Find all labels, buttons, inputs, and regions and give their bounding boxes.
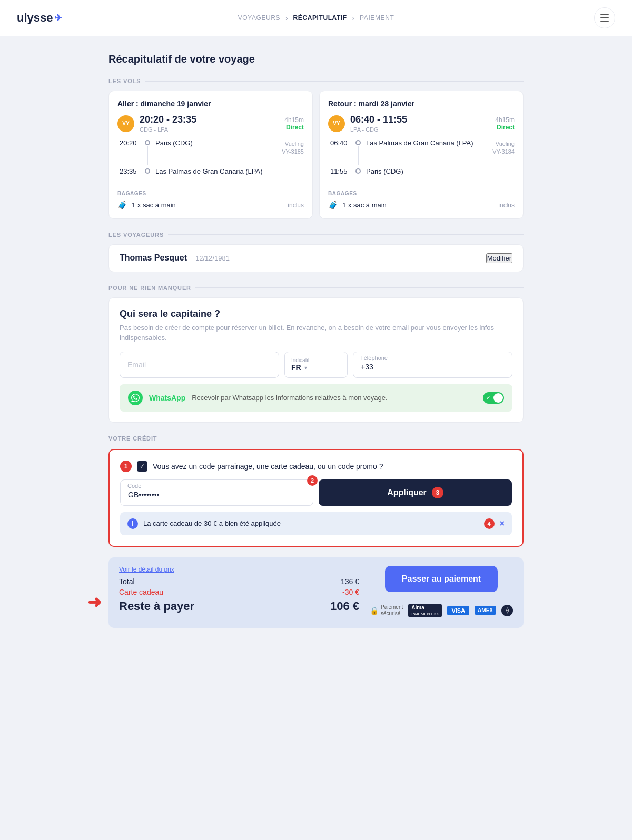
inbound-stop-2-dot-col	[355, 167, 361, 174]
outbound-stop-2-dot	[145, 168, 150, 174]
outbound-stop-2-info: Las Palmas de Gran Canaria (LPA)	[155, 167, 304, 176]
whatsapp-label: WhatsApp	[149, 394, 185, 402]
gift-label: Carte cadeau	[119, 588, 163, 596]
outbound-header: VY 20:20 - 23:35 CDG - LPA 4h15m Direct	[117, 114, 304, 133]
outbound-baggage: BAGAGES 🧳 1 x sac à main inclus	[117, 184, 304, 210]
outbound-stop-2-dot-col	[145, 167, 150, 174]
captain-card: Qui sera le capitaine ? Pas besoin de cr…	[108, 297, 524, 423]
breadcrumb-paiement[interactable]: PAIEMENT	[360, 14, 394, 22]
outbound-baggage-info: 🧳 1 x sac à main	[117, 201, 176, 210]
inbound-header: VY 06:40 - 11:55 LPA - CDG 4h15m Direct	[328, 114, 515, 133]
credit-section-label: VOTRE CRÉDIT	[108, 435, 524, 442]
apply-button[interactable]: Appliquer 3	[319, 479, 512, 506]
outbound-stop-1: 20:20 Paris (CDG) VuelingVY-3185	[120, 139, 304, 166]
phone-input[interactable]	[353, 352, 512, 378]
step-3-badge: 3	[432, 487, 443, 498]
price-detail-link[interactable]: Voir le détail du prix	[119, 566, 359, 573]
promo-checkbox[interactable]: ✓	[137, 461, 147, 472]
total-value: 136 €	[341, 577, 359, 586]
outbound-stop-1-city: Paris (CDG)	[155, 139, 276, 148]
outbound-time-range: 20:20 - 23:35	[140, 114, 279, 125]
outbound-stops: 20:20 Paris (CDG) VuelingVY-3185 23:35	[117, 139, 304, 176]
modifier-button[interactable]: Modifier	[486, 253, 512, 263]
payment-logos: 🔒 Paiementsécurisé AlmaPAIEMENT 3X VISA …	[370, 604, 513, 617]
gift-price-row: Carte cadeau -30 €	[119, 588, 359, 596]
vols-section-label: LES VOLS	[108, 78, 524, 84]
contact-fields: Indicatif FR ▾ Téléphone	[120, 352, 512, 378]
captain-title: Qui sera le capitaine ?	[120, 308, 512, 319]
outbound-stop-1-dot-col	[145, 139, 150, 166]
outbound-flight-card: Aller : dimanche 19 janvier VY 20:20 - 2…	[108, 91, 313, 219]
close-gift-button[interactable]: ×	[500, 519, 505, 528]
outbound-stop-2-time: 23:35	[120, 167, 140, 175]
outbound-airline-logo: VY	[117, 115, 134, 132]
toggle-check-icon: ✓	[486, 394, 491, 401]
inbound-date: Retour : mardi 28 janvier	[328, 99, 515, 108]
breadcrumb-sep-2: ›	[352, 14, 354, 22]
outbound-flight-num: VuelingVY-3185	[282, 140, 304, 156]
menu-line-1	[600, 14, 609, 15]
breadcrumb-sep-1: ›	[285, 14, 288, 22]
amex-badge: AMEX	[475, 606, 496, 615]
inbound-baggage-info: 🧳 1 x sac à main	[328, 201, 387, 210]
inbound-stop-1-city: Las Palmas de Gran Canaria (LPA)	[366, 139, 487, 148]
outbound-baggage-status: inclus	[288, 202, 304, 209]
passengers-section: LES VOYAGEURS Thomas Pesquet 12/12/1981 …	[108, 232, 524, 272]
breadcrumb-recapitulatif[interactable]: RÉCAPITULATIF	[293, 14, 347, 22]
outbound-baggage-label: BAGAGES	[117, 191, 304, 196]
info-icon: i	[127, 518, 138, 529]
voyageurs-section-label: LES VOYAGEURS	[108, 232, 524, 238]
gift-value: -30 €	[342, 588, 359, 596]
outbound-duration: 4h15m	[284, 116, 304, 124]
secure-payment: 🔒 Paiementsécurisé	[370, 604, 403, 617]
remaining-value: 106 €	[330, 599, 359, 613]
breadcrumb-voyageurs[interactable]: VOYAGEURS	[238, 14, 281, 22]
inbound-stop-1: 06:40 Las Palmas de Gran Canaria (LPA) V…	[330, 139, 515, 166]
outbound-baggage-item: 1 x sac à main	[132, 201, 176, 209]
step-1-badge: 1	[120, 461, 132, 472]
credit-section: VOTRE CRÉDIT 1 ✓ Vous avez un code parra…	[108, 435, 524, 547]
passenger-dob: 12/12/1981	[195, 254, 230, 262]
alma-payment: AlmaPAIEMENT 3X	[408, 604, 442, 617]
alma-badge: AlmaPAIEMENT 3X	[408, 604, 442, 617]
email-input[interactable]	[120, 352, 279, 378]
promo-input-row: Code 2 Appliquer 3	[120, 479, 512, 506]
logo-plane-icon: ✈	[54, 12, 62, 24]
inbound-stop-2: 11:55 Paris (CDG)	[330, 167, 515, 176]
menu-button[interactable]	[594, 7, 615, 28]
inbound-stops: 06:40 Las Palmas de Gran Canaria (LPA) V…	[328, 139, 515, 176]
code-input[interactable]	[120, 479, 313, 506]
outbound-stop-2-city: Las Palmas de Gran Canaria (LPA)	[155, 167, 304, 176]
pay-button[interactable]: Passer au paiement	[385, 566, 498, 592]
phone-indicatif[interactable]: Indicatif FR ▾	[284, 352, 348, 378]
promo-check-row: 1 ✓ Vous avez un code parrainage, une ca…	[120, 461, 512, 472]
total-label: Total	[119, 577, 135, 586]
inbound-airline-logo: VY	[328, 115, 345, 132]
remaining-label: Reste à payer	[119, 599, 194, 613]
payment-section: ➜ Voir le détail du prix Total 136 € Car…	[108, 557, 524, 628]
inbound-stop-2-time: 11:55	[330, 167, 350, 175]
inbound-baggage-label: BAGAGES	[328, 191, 515, 196]
outbound-stop-1-time: 20:20	[120, 139, 140, 147]
remaining-price-row: Reste à payer 106 €	[119, 599, 359, 613]
whatsapp-toggle[interactable]: ✓	[483, 392, 504, 404]
price-summary: Voir le détail du prix Total 136 € Carte…	[119, 566, 359, 615]
inbound-route: LPA - CDG	[350, 126, 490, 133]
lock-icon: 🔒	[370, 606, 379, 615]
promo-label: Vous avez un code parrainage, une carte …	[153, 462, 383, 471]
inbound-flight-num: VuelingVY-3184	[492, 140, 515, 156]
breadcrumb: VOYAGEURS › RÉCAPITULATIF › PAIEMENT	[238, 14, 394, 22]
inbound-time-range: 06:40 - 11:55	[350, 114, 490, 125]
indicatif-code: FR	[291, 363, 301, 372]
inbound-baggage-item: 1 x sac à main	[342, 201, 387, 209]
header: ulysse ✈ VOYAGEURS › RÉCAPITULATIF › PAI…	[0, 0, 632, 36]
page-title: Récapitulatif de votre voyage	[108, 53, 524, 65]
baggage-icon: 🧳	[117, 201, 127, 210]
logo-text: ulysse	[17, 11, 53, 25]
inbound-baggage-icon: 🧳	[328, 201, 338, 210]
indicatif-arrow-icon: ▾	[304, 365, 307, 371]
phone-field-wrap: Téléphone	[353, 352, 512, 378]
apply-label: Appliquer	[387, 488, 427, 497]
code-input-wrap: Code 2	[120, 479, 313, 506]
passenger-info: Thomas Pesquet 12/12/1981	[120, 253, 230, 263]
